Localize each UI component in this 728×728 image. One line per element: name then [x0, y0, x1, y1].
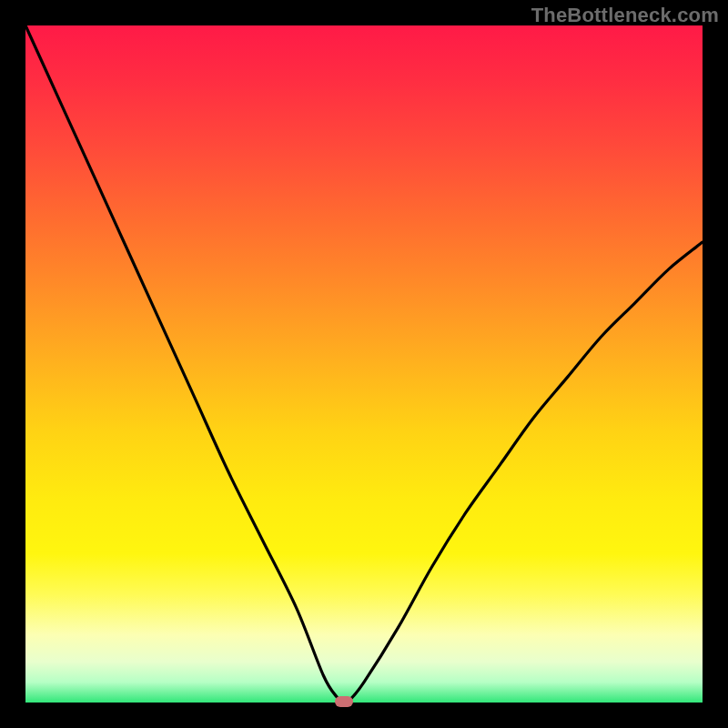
watermark-text: TheBottleneck.com — [531, 4, 719, 27]
chart-frame: TheBottleneck.com — [0, 0, 728, 728]
bottleneck-curve — [25, 25, 703, 703]
optimum-marker — [335, 696, 353, 707]
